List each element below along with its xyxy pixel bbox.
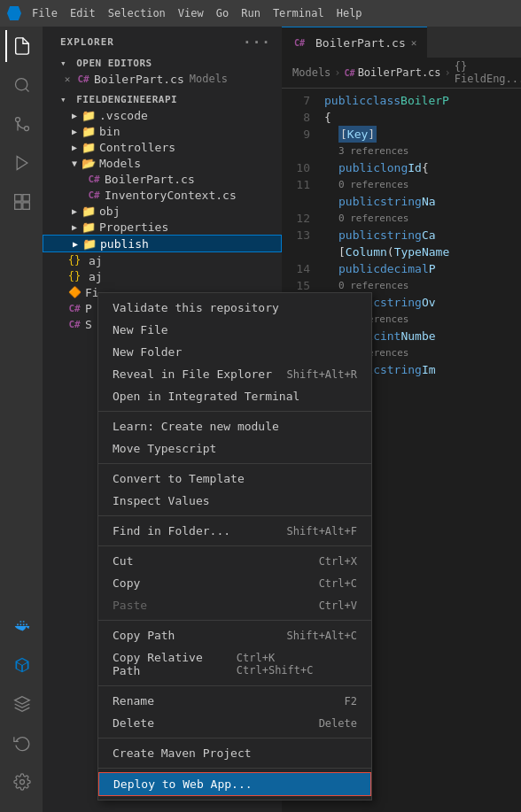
breadcrumb-file[interactable]: C#BoilerPart.cs <box>345 66 441 79</box>
tab-boilerpart[interactable]: C# BoilerPart.cs ✕ <box>282 27 427 58</box>
menu-new-file[interactable]: New File <box>98 319 371 341</box>
menu-deploy-webapp[interactable]: Deploy to Web App... <box>98 772 371 796</box>
separator-8 <box>98 768 371 769</box>
breadcrumb-field[interactable]: {} FieldEng... <box>455 60 521 85</box>
aj-label-1: aj <box>89 254 103 267</box>
open-editors-section[interactable]: ▾ OPEN EDITORS <box>43 54 282 71</box>
rename-shortcut: F2 <box>345 695 357 708</box>
svg-point-10 <box>20 780 25 785</box>
menu-edit[interactable]: Edit <box>70 7 96 19</box>
title-bar: File Edit Selection View Go Run Terminal… <box>0 0 521 27</box>
menu-copy[interactable]: Copy Ctrl+C <box>98 572 371 594</box>
menu-open-terminal[interactable]: Open in Integrated Terminal <box>98 385 371 407</box>
menu-learn-module[interactable]: Learn: Create new module <box>98 415 371 437</box>
menu-find-folder[interactable]: Find in Folder... Shift+Alt+F <box>98 520 371 542</box>
models-folder[interactable]: ▼ 📂 Models <box>43 155 282 171</box>
publish-label: publish <box>100 237 149 251</box>
vscode-logo <box>7 6 21 20</box>
copy-shortcut: Ctrl+C <box>319 577 357 590</box>
cs-file-icon: C# <box>76 72 90 86</box>
menu-inspect-values[interactable]: Inspect Values <box>98 490 371 512</box>
menu-cut[interactable]: Cut Ctrl+X <box>98 550 371 572</box>
find-folder-label: Find in Folder... <box>113 524 230 537</box>
menu-run[interactable]: Run <box>241 7 260 19</box>
separator-4 <box>98 545 371 546</box>
menu-reveal-explorer[interactable]: Reveal in File Explorer Shift+Alt+R <box>98 363 371 385</box>
settings-icon[interactable] <box>5 766 37 798</box>
json-icon-2: {} <box>67 269 82 283</box>
search-icon[interactable] <box>5 69 37 101</box>
fieldengineer-section[interactable]: ▾ FIELDENGINEERAPI <box>43 90 282 107</box>
menu-go[interactable]: Go <box>216 7 229 19</box>
source-control-icon[interactable] <box>5 108 37 140</box>
inventorycontext-file[interactable]: C# InventoryContext.cs <box>43 187 282 203</box>
move-typescript-label: Move Typescript <box>113 442 216 455</box>
open-editor-boilerpart[interactable]: ✕ C# BoilerPart.cs Models <box>43 71 282 87</box>
bin-folder-icon: 📁 <box>82 124 96 138</box>
properties-folder[interactable]: ▶ 📁 Properties <box>43 219 282 235</box>
menu-rename[interactable]: Rename F2 <box>98 690 371 712</box>
open-editors-label: OPEN EDITORS <box>76 58 152 69</box>
fieldengineer-label: FIELDENGINEERAPI <box>76 94 177 105</box>
vscode-folder[interactable]: ▶ 📁 .vscode <box>43 107 282 123</box>
docker-icon[interactable] <box>5 610 37 642</box>
breadcrumb-sep-1: › <box>334 66 340 79</box>
aj-json-1[interactable]: {} aj <box>43 252 282 268</box>
menu-copy-path[interactable]: Copy Path Shift+Alt+C <box>98 624 371 646</box>
code-line-7: public class BoilerP <box>324 92 521 109</box>
extensions-icon[interactable] <box>5 186 37 218</box>
menu-delete[interactable]: Delete Delete <box>98 712 371 734</box>
copy-relative-path-shortcut: Ctrl+K Ctrl+Shift+C <box>237 652 357 677</box>
boilerpart-file[interactable]: C# BoilerPart.cs <box>43 171 282 187</box>
files-icon[interactable] <box>5 30 37 62</box>
svg-line-1 <box>26 89 29 92</box>
menu-convert-template[interactable]: Convert to Template <box>98 468 371 490</box>
cs-label: S <box>85 318 92 331</box>
inventorycontext-label: InventoryContext.cs <box>105 189 237 202</box>
menu-terminal[interactable]: Terminal <box>273 7 324 19</box>
code-line-15: public decimal P <box>324 260 521 277</box>
menu-help[interactable]: Help <box>337 7 362 19</box>
svg-rect-8 <box>15 203 22 210</box>
azure-icon[interactable] <box>5 649 37 681</box>
layers-icon[interactable] <box>5 688 37 720</box>
obj-arrow: ▶ <box>67 204 82 218</box>
controllers-label: Controllers <box>99 141 175 154</box>
menu-selection[interactable]: Selection <box>108 7 166 19</box>
bin-folder[interactable]: ▶ 📁 bin <box>43 123 282 139</box>
breadcrumb-models[interactable]: Models <box>292 66 330 79</box>
tab-close-icon[interactable]: ✕ <box>411 37 417 49</box>
close-icon[interactable]: ✕ <box>60 72 74 86</box>
separator-6 <box>98 685 371 686</box>
aj-json-2[interactable]: {} aj <box>43 268 282 284</box>
explorer-label: EXPLORER <box>60 36 114 48</box>
history-icon[interactable] <box>5 727 37 759</box>
menu-move-typescript[interactable]: Move Typescript <box>98 437 371 460</box>
properties-folder-icon: 📁 <box>82 220 96 234</box>
open-editor-tag: Models <box>190 73 228 85</box>
obj-folder[interactable]: ▶ 📁 obj <box>43 203 282 219</box>
menu-view[interactable]: View <box>178 7 204 19</box>
title-bar-menu[interactable]: File Edit Selection View Go Run Terminal… <box>32 7 362 19</box>
sidebar-more-button[interactable]: ··· <box>243 34 271 50</box>
run-debug-icon[interactable] <box>5 147 37 179</box>
menu-new-folder[interactable]: New Folder <box>98 341 371 363</box>
reveal-explorer-label: Reveal in File Explorer <box>113 367 272 381</box>
menu-validate-repo[interactable]: Validate this repository <box>98 297 371 319</box>
deploy-webapp-label: Deploy to Web App... <box>113 777 253 791</box>
sidebar-header: EXPLORER ··· <box>43 27 282 54</box>
activity-bar <box>0 27 43 812</box>
menu-create-maven[interactable]: Create Maven Project <box>98 742 371 764</box>
controllers-folder[interactable]: ▶ 📁 Controllers <box>43 139 282 155</box>
bin-arrow: ▶ <box>67 124 82 138</box>
open-terminal-label: Open in Integrated Terminal <box>113 390 299 403</box>
code-refs-4: [Column(TypeName <box>324 244 521 260</box>
controllers-arrow: ▶ <box>67 140 82 154</box>
publish-folder[interactable]: ▶ 📁 publish <box>43 235 282 252</box>
svg-point-0 <box>16 79 27 90</box>
menu-copy-relative-path[interactable]: Copy Relative Path Ctrl+K Ctrl+Shift+C <box>98 646 371 682</box>
paste-shortcut: Ctrl+V <box>319 599 357 612</box>
code-refs-3: 0 references <box>324 210 521 227</box>
copy-label: Copy <box>113 576 140 590</box>
menu-file[interactable]: File <box>32 7 58 19</box>
